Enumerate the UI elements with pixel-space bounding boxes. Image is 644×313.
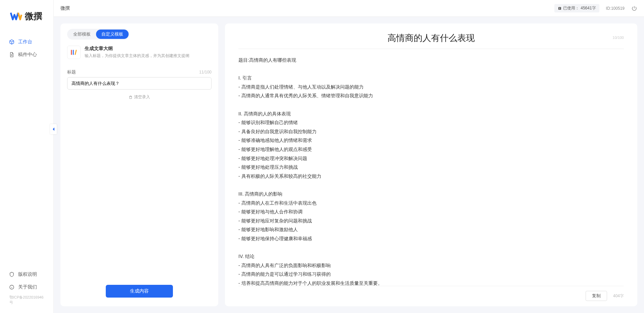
- template-card: 生成文章大纲 输入标题，为你提供文章主体的灵感，并为其创建推文提纲: [67, 46, 212, 59]
- user-id: ID:100519: [606, 6, 625, 11]
- result-body: 题目:高情商的人有哪些表现 I. 引言 - 高情商是指人们处理情绪、与他人互动以…: [238, 56, 624, 286]
- tab-all-templates[interactable]: 全部模板: [68, 30, 96, 39]
- trash-icon: [129, 95, 133, 99]
- svg-text:T: T: [559, 7, 561, 9]
- title-label-row: 标题 11/100: [67, 69, 212, 75]
- text-icon: T: [558, 6, 562, 10]
- sidebar: 微撰 工作台 稿件中心 版权说明 关于我们 鄂ICP: [0, 0, 54, 313]
- nav-label: 稿件中心: [18, 52, 37, 58]
- clear-input-button[interactable]: 清空录入: [67, 94, 212, 100]
- tab-custom-templates[interactable]: 自定义模板: [96, 30, 129, 39]
- left-panel: 全部模板 自定义模板 生成文章大纲 输入标题，为你提供文章主体的灵感，并为其创建…: [60, 23, 218, 306]
- usage-prefix: 已使用：: [563, 5, 579, 11]
- usage-value: 45641字: [581, 5, 596, 11]
- title-input[interactable]: [67, 77, 212, 90]
- topbar-right: T 已使用：45641字 ID:100519: [554, 4, 637, 12]
- document-icon: [9, 52, 15, 58]
- title-label: 标题: [67, 69, 76, 75]
- usage-badge[interactable]: T 已使用：45641字: [554, 4, 599, 12]
- template-tabs: 全部模板 自定义模板: [67, 29, 129, 40]
- nav-label: 版权说明: [18, 271, 37, 277]
- main: 全部模板 自定义模板 生成文章大纲 输入标题，为你提供文章主体的灵感，并为其创建…: [54, 17, 644, 313]
- logo: 微撰: [0, 0, 53, 36]
- result-word-count: 404字: [613, 293, 624, 299]
- logo-icon: [10, 10, 22, 22]
- info-icon: [9, 284, 15, 290]
- template-desc: 输入标题，为你提供文章主体的灵感，并为其创建推文提纲: [85, 53, 189, 59]
- copy-button[interactable]: 复制: [586, 291, 607, 301]
- breadcrumb-title: 微撰: [60, 5, 70, 11]
- generate-button[interactable]: 生成内容: [106, 285, 173, 298]
- shield-icon: [9, 271, 15, 277]
- nav-item-copyright[interactable]: 版权说明: [3, 268, 51, 281]
- power-icon[interactable]: [631, 5, 637, 11]
- template-title: 生成文章大纲: [85, 46, 189, 52]
- result-separator: [238, 49, 624, 49]
- nav-label: 工作台: [18, 39, 32, 45]
- nav-item-workbench[interactable]: 工作台: [3, 36, 51, 48]
- template-icon: [67, 46, 81, 59]
- result-footer: 复制 404字: [238, 286, 624, 301]
- sidebar-footer: 版权说明 关于我们 鄂ICP备2022016946号: [0, 265, 53, 313]
- right-panel: 高情商的人有什么表现 10/100 题目:高情商的人有哪些表现 I. 引言 - …: [225, 23, 637, 306]
- title-char-count: 11/100: [199, 70, 212, 74]
- cube-icon: [9, 39, 15, 45]
- nav-item-about[interactable]: 关于我们: [3, 281, 51, 294]
- result-meta-count: 10/100: [612, 36, 624, 40]
- result-title: 高情商的人有什么表现: [238, 30, 624, 49]
- topbar: 微撰 T 已使用：45641字 ID:100519: [54, 0, 644, 17]
- nav-label: 关于我们: [18, 284, 37, 290]
- sidebar-nav: 工作台 稿件中心: [0, 36, 53, 265]
- nav-item-drafts[interactable]: 稿件中心: [3, 48, 51, 61]
- clear-label: 清空录入: [134, 94, 150, 100]
- icp-text: 鄂ICP备2022016946号: [3, 294, 51, 306]
- logo-text: 微撰: [25, 10, 42, 22]
